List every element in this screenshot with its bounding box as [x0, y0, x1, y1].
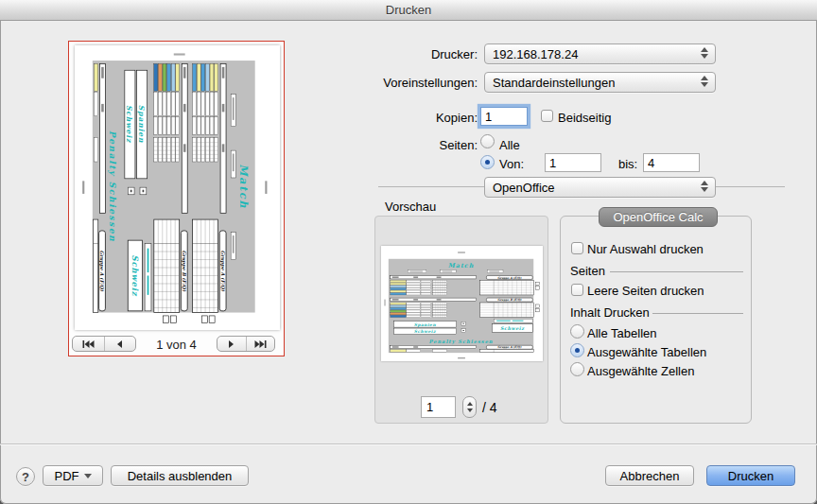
footer-divider — [0, 443, 817, 444]
title-bar: Drucken — [0, 0, 817, 21]
pages-to-input[interactable] — [643, 153, 700, 172]
svg-text:Penalty Schiessen: Penalty Schiessen — [107, 130, 116, 242]
next-page-icon — [227, 340, 235, 348]
empty-pages-label: Leere Seiten drucken — [587, 284, 704, 298]
preview-page-small: MatchGruppe A (F/Q)Gruppe B (F/Q)Spanien… — [381, 246, 543, 361]
pages-all-label: Alle — [499, 138, 520, 152]
preview-page-large: MatchGruppe A (F/Q)Gruppe B (F/Q)Spanien… — [75, 45, 280, 330]
svg-text:Gruppe B (F/Q): Gruppe B (F/Q) — [497, 298, 522, 302]
dialog-title: Drucken — [386, 3, 431, 17]
presets-value: Standardeinstellungen — [493, 76, 615, 90]
pages-von-radio[interactable] — [480, 155, 495, 169]
stepper-down-icon — [467, 408, 473, 412]
vorschau-title: Vorschau — [385, 200, 436, 214]
calc-panel-tab: OpenOffice Calc — [599, 207, 718, 227]
svg-text:Spanien: Spanien — [414, 322, 437, 327]
preview-page-stepper[interactable] — [462, 396, 477, 418]
preview-nav-forward-group — [217, 336, 275, 352]
cancel-button-label: Abbrechen — [620, 469, 680, 483]
only-selection-label: Nur Auswahl drucken — [587, 242, 704, 256]
hide-details-label: Details ausblenden — [128, 469, 233, 483]
calc-content-heading: Inhalt Drucken — [570, 305, 650, 320]
copies-label: Kopien: — [436, 111, 478, 125]
presets-label: Voreinstellungen: — [383, 76, 478, 90]
popup-stepper-icon — [701, 47, 708, 59]
preview-page-total: / 4 — [482, 400, 497, 415]
selected-cells-label: Ausgewählte Zellen — [587, 364, 694, 378]
only-selection-checkbox[interactable] — [571, 242, 583, 254]
preview-navigation: 1 von 4 — [69, 336, 284, 353]
cancel-button[interactable]: Abbrechen — [605, 465, 694, 486]
print-button[interactable]: Drucken — [706, 465, 795, 486]
document-preview-pane: MatchGruppe A (F/Q)Gruppe B (F/Q)Spanien… — [68, 41, 285, 356]
stepper-up-icon — [467, 402, 473, 406]
print-button-label: Drucken — [728, 469, 774, 483]
duplex-checkbox[interactable] — [541, 110, 553, 122]
preview-page-input[interactable] — [421, 396, 456, 418]
vorschau-panel: MatchGruppe A (F/Q)Gruppe B (F/Q)Spanien… — [374, 216, 548, 424]
svg-text:Spanien: Spanien — [137, 104, 146, 143]
last-page-icon — [254, 340, 267, 348]
popup-stepper-icon — [701, 181, 708, 192]
pdf-button-label: PDF — [55, 469, 79, 483]
svg-text:Schweiz: Schweiz — [130, 254, 139, 296]
heading-rule — [652, 313, 743, 314]
svg-text:Gruppe A (F/Q): Gruppe A (F/Q) — [497, 276, 522, 280]
printer-value: 192.168.178.24 — [493, 47, 578, 61]
all-tables-label: Alle Tabellen — [587, 326, 656, 340]
pages-label: Seiten: — [440, 138, 478, 152]
pages-from-label: Von: — [499, 157, 524, 171]
hide-details-button[interactable]: Details ausblenden — [111, 465, 249, 486]
selected-tables-label: Ausgewählte Tabellen — [587, 345, 706, 359]
calc-options-panel: OpenOffice Calc Nur Auswahl drucken Seit… — [560, 216, 752, 424]
empty-pages-checkbox[interactable] — [571, 284, 583, 296]
svg-text:Penalty Schiessen: Penalty Schiessen — [428, 339, 493, 345]
svg-text:Schweiz: Schweiz — [125, 104, 133, 143]
pages-all-radio[interactable] — [480, 134, 495, 148]
duplex-label: Beidseitig — [558, 111, 611, 125]
svg-text:Match: Match — [448, 262, 474, 269]
svg-text:Schweiz: Schweiz — [500, 325, 525, 331]
svg-text:Schweiz: Schweiz — [414, 329, 436, 334]
help-button[interactable]: ? — [16, 467, 35, 486]
next-page-button[interactable] — [217, 337, 246, 351]
last-page-button[interactable] — [246, 337, 275, 351]
pdf-menu-button[interactable]: PDF — [43, 465, 103, 486]
heading-rule — [610, 271, 743, 272]
all-tables-radio[interactable] — [570, 324, 584, 339]
calc-pages-heading: Seiten — [570, 264, 605, 278]
chevron-down-icon — [84, 474, 92, 478]
popup-stepper-icon — [701, 76, 708, 87]
printer-label: Drucker: — [431, 47, 478, 61]
selected-tables-radio[interactable] — [570, 343, 584, 357]
help-icon: ? — [22, 470, 29, 484]
copies-input[interactable] — [480, 107, 528, 126]
app-options-popup[interactable]: OpenOffice — [484, 177, 716, 198]
preview-sheet-rotated: MatchGruppe A (F/Q)Gruppe B (F/Q)Spanien… — [78, 47, 277, 328]
presets-popup[interactable]: Standardeinstellungen — [484, 72, 716, 93]
selected-cells-radio[interactable] — [570, 362, 584, 376]
svg-text:Gruppe A (F/Q): Gruppe A (F/Q) — [497, 345, 522, 349]
preview-sheet-small: MatchGruppe A (F/Q)Gruppe B (F/Q)Spanien… — [381, 246, 543, 361]
pages-to-label: bis: — [618, 157, 637, 171]
svg-text:Match: Match — [236, 164, 249, 209]
print-dialog: Drucken MatchGruppe A (F/Q)Gruppe B (F/Q… — [0, 0, 817, 504]
printer-popup[interactable]: 192.168.178.24 — [484, 43, 716, 64]
pages-from-input[interactable] — [545, 153, 601, 172]
app-options-value: OpenOffice — [493, 181, 555, 195]
